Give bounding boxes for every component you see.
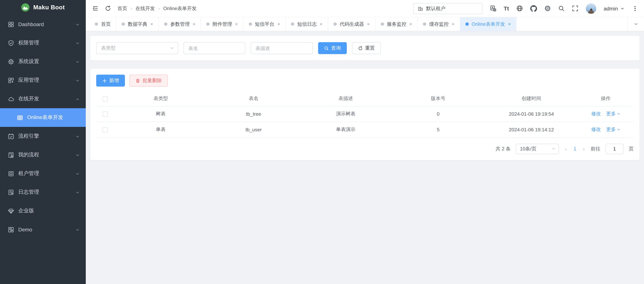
chevron-up-icon bbox=[75, 97, 80, 101]
close-icon[interactable]: × bbox=[150, 22, 153, 27]
sidebar-item-label: 租户管理 bbox=[18, 170, 71, 177]
logo-mountain-icon bbox=[21, 3, 30, 12]
trash-icon bbox=[135, 78, 140, 83]
fullscreen-icon[interactable] bbox=[572, 5, 578, 12]
close-icon[interactable]: × bbox=[367, 22, 370, 27]
tab-data-dict[interactable]: 数据字典× bbox=[116, 17, 159, 31]
app-logo[interactable]: Maku Boot bbox=[0, 0, 86, 15]
edit-link[interactable]: 修改 bbox=[591, 127, 601, 132]
close-icon[interactable]: × bbox=[452, 22, 454, 27]
add-button-label: 新增 bbox=[109, 77, 119, 84]
table-type-placeholder: 表类型 bbox=[101, 45, 116, 52]
tab-dot bbox=[95, 22, 98, 26]
chevron-down-icon bbox=[75, 59, 80, 64]
chevron-down-icon bbox=[616, 128, 620, 131]
user-menu[interactable]: admin bbox=[604, 6, 624, 11]
search-button[interactable]: 查询 bbox=[318, 42, 347, 54]
tab-online-form-dev[interactable]: Online表单开发× bbox=[460, 17, 516, 31]
header-actions: 默认租户 Tt G admin bbox=[413, 3, 638, 14]
cloud-icon bbox=[8, 96, 14, 102]
sidebar-item-permissions[interactable]: 权限管理 bbox=[0, 34, 86, 52]
table-type-select[interactable]: 表类型 bbox=[96, 42, 178, 54]
table-name-input[interactable] bbox=[184, 42, 245, 54]
sidebar-item-app-management[interactable]: 应用管理 bbox=[0, 71, 86, 90]
tab-attachment-mgmt[interactable]: 附件管理× bbox=[201, 17, 243, 31]
sidebar-item-online-form-dev[interactable]: Online表单开发 bbox=[0, 108, 86, 127]
breadcrumb-item-home[interactable]: 首页 bbox=[118, 5, 127, 12]
tab-dot bbox=[466, 22, 469, 26]
tab-label: 数据字典 bbox=[128, 21, 147, 28]
cell-created: 2024-01-06 19:19:54 bbox=[485, 106, 578, 122]
sidebar-item-label: 日志管理 bbox=[18, 189, 71, 196]
github-icon[interactable] bbox=[530, 5, 537, 12]
tab-cache-monitor[interactable]: 缓存监控× bbox=[418, 17, 460, 31]
prev-page-icon[interactable]: ‹ bbox=[564, 146, 568, 152]
document-user-icon bbox=[8, 152, 14, 158]
sidebar-item-enterprise[interactable]: 企业版 bbox=[0, 201, 86, 220]
close-icon[interactable]: × bbox=[409, 22, 412, 27]
sidebar-item-log-management[interactable]: 日志管理 bbox=[0, 183, 86, 201]
more-link[interactable]: 更多 bbox=[606, 126, 616, 133]
tenant-select[interactable]: 默认租户 bbox=[413, 3, 482, 14]
more-link[interactable]: 更多 bbox=[606, 110, 616, 117]
close-icon[interactable]: × bbox=[320, 22, 322, 27]
tabbar-spacer bbox=[516, 17, 628, 31]
next-page-icon[interactable]: › bbox=[582, 146, 586, 152]
sidebar: Maku Boot Dashboard 权限管理 系统设置 应用管理 bbox=[0, 0, 86, 284]
sidebar-fold-icon[interactable] bbox=[92, 5, 98, 12]
content: 表类型 查询 重置 新增 bbox=[86, 31, 644, 284]
tab-label: 短信平台 bbox=[255, 21, 274, 28]
tab-label: 参数管理 bbox=[170, 21, 190, 28]
select-all-checkbox[interactable] bbox=[102, 96, 108, 101]
tab-sms-log[interactable]: 短信日志× bbox=[286, 17, 328, 31]
tab-param-mgmt[interactable]: 参数管理× bbox=[159, 17, 201, 31]
close-icon[interactable]: × bbox=[508, 22, 511, 27]
sidebar-item-system-settings[interactable]: 系统设置 bbox=[0, 52, 86, 71]
tab-dot bbox=[380, 22, 384, 26]
close-icon[interactable]: × bbox=[278, 22, 280, 27]
chevron-down-icon bbox=[616, 112, 620, 116]
sidebar-item-online-dev[interactable]: 在线开发 bbox=[0, 90, 86, 108]
gitee-glyph: G bbox=[546, 6, 549, 11]
current-page[interactable]: 1 bbox=[573, 146, 577, 152]
kebab-menu-icon[interactable] bbox=[632, 6, 638, 11]
reset-button[interactable]: 重置 bbox=[352, 42, 381, 54]
search-icon[interactable] bbox=[558, 5, 564, 12]
table-desc-input[interactable] bbox=[250, 42, 313, 54]
sidebar-item-demo[interactable]: Demo bbox=[0, 220, 86, 239]
cell-version: 0 bbox=[392, 106, 485, 122]
tab-service-monitor[interactable]: 服务监控× bbox=[375, 17, 418, 31]
search-icon bbox=[324, 46, 329, 51]
sidebar-item-process-engine[interactable]: 流程引擎 bbox=[0, 127, 86, 146]
globe-icon[interactable] bbox=[516, 5, 523, 12]
tab-sms-platform[interactable]: 短信平台× bbox=[244, 17, 286, 31]
gitee-icon[interactable]: G bbox=[544, 5, 551, 12]
add-button[interactable]: 新增 bbox=[96, 75, 125, 87]
tab-code-generator[interactable]: 代码生成器× bbox=[328, 17, 375, 31]
font-size-icon[interactable]: Tt bbox=[504, 5, 509, 12]
batch-delete-button[interactable]: 批量删除 bbox=[130, 75, 168, 87]
tab-home[interactable]: 首页 bbox=[90, 17, 116, 31]
close-icon[interactable]: × bbox=[192, 22, 196, 27]
avatar[interactable] bbox=[586, 3, 596, 14]
sidebar-item-dashboard[interactable]: Dashboard bbox=[0, 15, 86, 34]
edit-link[interactable]: 修改 bbox=[591, 111, 601, 116]
sidebar-menu: Dashboard 权限管理 系统设置 应用管理 在线开发 bbox=[0, 15, 86, 284]
breadcrumb: 首页 › 在线开发 › Online表单开发 bbox=[118, 5, 197, 12]
close-icon[interactable]: × bbox=[235, 22, 238, 27]
sidebar-item-my-process[interactable]: 我的流程 bbox=[0, 146, 86, 164]
breadcrumb-item-online-dev[interactable]: 在线开发 bbox=[136, 5, 155, 12]
chevron-down-icon bbox=[75, 134, 80, 138]
sidebar-item-tenant-management[interactable]: 租户管理 bbox=[0, 164, 86, 183]
row-checkbox[interactable] bbox=[102, 112, 108, 117]
tenant-frame-icon bbox=[8, 170, 14, 177]
refresh-icon[interactable] bbox=[105, 5, 111, 12]
tab-list-chevron-icon[interactable] bbox=[628, 17, 644, 31]
row-checkbox[interactable] bbox=[102, 127, 108, 132]
page-size-select[interactable]: 10条/页 bbox=[516, 143, 559, 154]
goto-page-input[interactable] bbox=[606, 143, 624, 154]
translate-icon[interactable] bbox=[490, 5, 496, 12]
tab-dot bbox=[423, 22, 426, 26]
filter-card: 表类型 查询 重置 bbox=[90, 36, 640, 61]
app-root: Maku Boot Dashboard 权限管理 系统设置 应用管理 bbox=[0, 0, 644, 284]
